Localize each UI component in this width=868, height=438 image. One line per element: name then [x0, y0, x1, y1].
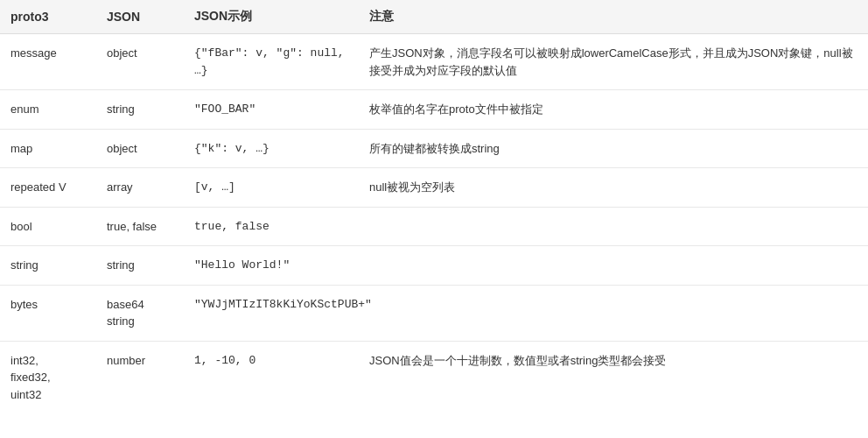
cell-example: true, false [184, 207, 359, 246]
table-row: int32, fixed32, uint32number1, -10, 0JSO… [0, 341, 868, 413]
cell-example: {"fBar": v, "g": null, …} [184, 34, 359, 90]
table-row: booltrue, falsetrue, false [0, 207, 868, 246]
cell-note: 产生JSON对象，消息字段名可以被映射成lowerCamelCase形式，并且成… [359, 34, 868, 90]
header-proto3: proto3 [0, 0, 96, 34]
cell-json: array [96, 168, 184, 208]
cell-json: number [96, 341, 184, 413]
cell-proto3: repeated V [0, 168, 96, 208]
proto-json-table: proto3 JSON JSON示例 注意 messageobject{"fBa… [0, 0, 868, 413]
cell-proto3: map [0, 129, 96, 168]
cell-note: null被视为空列表 [359, 168, 868, 208]
cell-note [359, 207, 868, 246]
cell-note [359, 285, 868, 341]
cell-proto3: int32, fixed32, uint32 [0, 341, 96, 413]
main-table-container: proto3 JSON JSON示例 注意 messageobject{"fBa… [0, 0, 868, 438]
cell-note: 枚举值的名字在proto文件中被指定 [359, 90, 868, 130]
cell-example: "YWJjMTIzIT8kKiYoKSctPUB+" [184, 285, 359, 341]
cell-example: "Hello World!" [184, 246, 359, 286]
cell-json: object [96, 129, 184, 168]
cell-proto3: string [0, 246, 96, 286]
cell-json: string [96, 246, 184, 286]
header-json: JSON [96, 0, 184, 34]
table-row: bytesbase64 string"YWJjMTIzIT8kKiYoKSctP… [0, 285, 868, 341]
cell-json: base64 string [96, 285, 184, 341]
header-note: 注意 [359, 0, 868, 34]
table-row: repeated Varray[v, …]null被视为空列表 [0, 168, 868, 208]
cell-example: [v, …] [184, 168, 359, 208]
cell-note: 所有的键都被转换成string [359, 129, 868, 168]
cell-proto3: bytes [0, 285, 96, 341]
cell-example: {"k": v, …} [184, 129, 359, 168]
cell-json: object [96, 34, 184, 90]
table-row: mapobject{"k": v, …}所有的键都被转换成string [0, 129, 868, 168]
cell-proto3: message [0, 34, 96, 90]
cell-proto3: enum [0, 90, 96, 130]
cell-json: string [96, 90, 184, 130]
cell-example: "FOO_BAR" [184, 90, 359, 130]
cell-example: 1, -10, 0 [184, 341, 359, 413]
table-row: messageobject{"fBar": v, "g": null, …}产生… [0, 34, 868, 90]
table-row: enumstring"FOO_BAR"枚举值的名字在proto文件中被指定 [0, 90, 868, 130]
cell-note [359, 246, 868, 286]
cell-proto3: bool [0, 207, 96, 246]
table-row: stringstring"Hello World!" [0, 246, 868, 286]
header-example: JSON示例 [184, 0, 359, 34]
table-header-row: proto3 JSON JSON示例 注意 [0, 0, 868, 34]
cell-note: JSON值会是一个十进制数，数值型或者string类型都会接受 [359, 341, 868, 413]
cell-json: true, false [96, 207, 184, 246]
